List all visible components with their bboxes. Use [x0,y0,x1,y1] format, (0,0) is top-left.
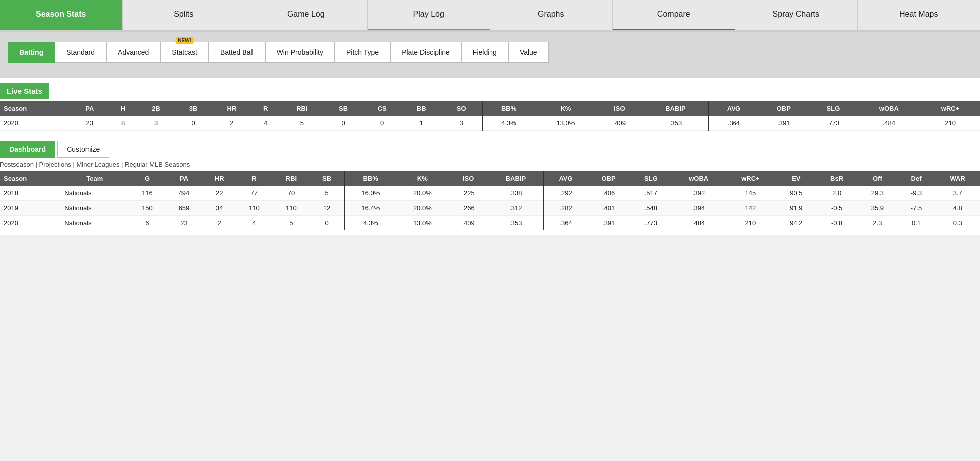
filter-minor-leagues[interactable]: Minor Leagues [76,161,119,168]
table-cell: 210 [725,216,776,230]
table-cell: 494 [166,186,203,201]
col-rbi: RBI [280,101,324,116]
table-cell: 23 [166,216,203,230]
live-stats-section: Live Stats Season PA H 2B 3B HR R RBI SB… [0,78,980,136]
sub-section: Batting Standard Advanced NEW! Statcast … [0,32,980,78]
tab-play-log[interactable]: Play Log [368,0,490,30]
table-cell: 29.3 [857,186,898,201]
table-cell: 2 [212,116,251,131]
top-nav: Season Stats Splits Game Log Play Log Gr… [0,0,980,32]
table-cell: 110 [236,201,273,216]
sub-tab-pitch-type[interactable]: Pitch Type [335,42,390,63]
col-bb: BB [402,101,441,116]
customize-tab[interactable]: Customize [57,141,109,158]
table-cell: 77 [236,186,273,201]
dcol-r: R [236,171,273,186]
table-cell: .391 [758,116,809,131]
table-cell: 8 [109,116,138,131]
dcol-avg: AVG [544,171,587,186]
table-cell: .394 [672,201,725,216]
table-cell: 20.0% [397,186,448,201]
col-cs: CS [363,101,402,116]
dcol-team: Team [60,171,129,186]
table-cell: 3 [441,116,482,131]
table-cell: 110 [273,201,310,216]
col-r: R [251,101,280,116]
sub-tab-fielding[interactable]: Fielding [461,42,508,63]
filter-projections[interactable]: Projections [39,161,71,168]
table-cell: .266 [448,201,489,216]
dcol-wrcplus: wRC+ [725,171,776,186]
tab-heat-maps[interactable]: Heat Maps [858,0,980,30]
filter-postseason[interactable]: Postseason [0,161,34,168]
tab-game-log[interactable]: Game Log [245,0,368,30]
dashboard-tab[interactable]: Dashboard [0,141,55,158]
col-pa: PA [71,101,109,116]
table-cell: 16.4% [344,201,397,216]
table-cell: 16.0% [344,186,397,201]
col-so: SO [441,101,482,116]
table-cell: 0 [363,116,402,131]
sub-tab-advanced[interactable]: Advanced [106,42,160,63]
table-cell: 142 [725,201,776,216]
sub-tab-value[interactable]: Value [508,42,549,63]
tab-graphs[interactable]: Graphs [490,0,613,30]
table-cell: 5 [310,186,344,201]
table-cell: .391 [587,216,630,230]
tab-season-stats[interactable]: Season Stats [0,0,123,30]
table-cell: -0.5 [816,201,857,216]
table-cell: 3 [137,116,174,131]
col-slg: SLG [809,101,857,116]
table-cell: 4.3% [344,216,397,230]
sub-tab-plate-discipline[interactable]: Plate Discipline [390,42,461,63]
table-cell: 94.2 [776,216,817,230]
tab-compare[interactable]: Compare [613,0,735,30]
table-cell: 0 [324,116,363,131]
dcol-sb: SB [310,171,344,186]
table-cell: .484 [858,116,920,131]
table-cell: 659 [166,201,203,216]
sub-tab-standard[interactable]: Standard [55,42,106,63]
tab-splits[interactable]: Splits [123,0,245,30]
col-3b: 3B [175,101,212,116]
table-cell: .392 [672,186,725,201]
dashboard-section: Dashboard Customize Postseason | Project… [0,136,980,235]
table-cell: -9.3 [898,186,935,201]
table-cell: 5 [273,216,310,230]
table-cell: .364 [544,216,587,230]
sub-tab-batting[interactable]: Batting [8,42,55,63]
tab-spray-charts[interactable]: Spray Charts [735,0,858,30]
table-cell: .773 [809,116,857,131]
table-cell: 210 [920,116,980,131]
filter-regular-mlb[interactable]: Regular MLB Seasons [125,161,190,168]
col-kpct: K% [536,101,596,116]
table-cell: .548 [630,201,672,216]
col-obp: OBP [758,101,809,116]
dcol-slg: SLG [630,171,672,186]
table-cell: .484 [672,216,725,230]
table-cell: .517 [630,186,672,201]
sub-tab-batted-ball[interactable]: Batted Ball [209,42,265,63]
dcol-obp: OBP [587,171,630,186]
table-cell: 35.9 [857,201,898,216]
table-cell: 2 [202,216,236,230]
sub-tab-win-probability[interactable]: Win Probability [265,42,335,63]
dcol-babip: BABIP [488,171,544,186]
table-cell: .406 [587,186,630,201]
dashboard-table: Season Team G PA HR R RBI SB BB% K% ISO … [0,171,980,230]
table-cell: Nationals [60,186,129,201]
table-row: 2019Nationals150659341101101216.4%20.0%.… [0,201,980,216]
table-cell: Nationals [60,201,129,216]
col-2b: 2B [137,101,174,116]
table-row: 2020Nationals62324504.3%13.0%.409.353.36… [0,216,980,230]
table-cell: .401 [587,201,630,216]
new-badge: NEW! [175,37,194,44]
sub-tab-statcast[interactable]: NEW! Statcast [160,42,209,63]
dcol-war: WAR [935,171,980,186]
table-cell: .312 [488,201,544,216]
dcol-bbpct: BB% [344,171,397,186]
table-cell: 91.9 [776,201,817,216]
table-cell: 4 [236,216,273,230]
table-cell: 90.5 [776,186,817,201]
dcol-iso: ISO [448,171,489,186]
